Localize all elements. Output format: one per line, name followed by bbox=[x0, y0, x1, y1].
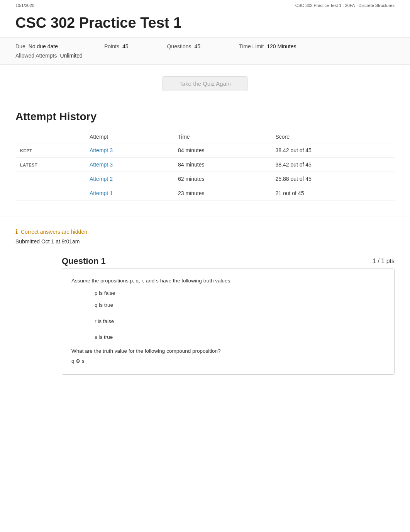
prop-p: p is false bbox=[95, 289, 385, 297]
table-row: KEPT Attempt 3 84 minutes 38.42 out of 4… bbox=[15, 143, 395, 158]
question-section: Question 1 1 / 1 pts Assume the proposit… bbox=[0, 252, 410, 386]
points-label: Points bbox=[104, 43, 119, 49]
score-cell: 38.42 out of 45 bbox=[271, 143, 395, 158]
question-title: Question 1 bbox=[62, 256, 106, 266]
table-row: LATEST Attempt 3 84 minutes 38.42 out of… bbox=[15, 158, 395, 172]
page-title: CSC 302 Practice Test 1 bbox=[0, 11, 410, 37]
attempt-cell[interactable]: Attempt 3 bbox=[85, 143, 173, 158]
notice-text: Correct answers are hidden. bbox=[21, 229, 89, 235]
question-intro: Assume the propositions p, q, r, and s h… bbox=[71, 277, 385, 285]
answers-notice: ℹ Correct answers are hidden. bbox=[0, 220, 410, 238]
col-score: Score bbox=[271, 131, 395, 143]
compound-formula: q ⊕ s bbox=[71, 357, 385, 365]
attempt-cell[interactable]: Attempt 2 bbox=[85, 172, 173, 186]
badge-cell bbox=[15, 186, 85, 201]
badge-cell: KEPT bbox=[15, 143, 85, 158]
questions-value: 45 bbox=[195, 43, 201, 49]
questions-label: Questions bbox=[167, 43, 191, 49]
score-cell: 25.88 out of 45 bbox=[271, 172, 395, 186]
info-section: Due No due date Points 45 Questions 45 T… bbox=[0, 37, 410, 65]
table-row: Attempt 2 62 minutes 25.88 out of 45 bbox=[15, 172, 395, 186]
attempt-cell[interactable]: Attempt 1 bbox=[85, 186, 173, 201]
prop-s: s is true bbox=[95, 333, 385, 342]
due-label: Due bbox=[15, 43, 25, 49]
attempts-table: Attempt Time Score KEPT Attempt 3 84 min… bbox=[15, 131, 395, 201]
time-limit-value: 120 Minutes bbox=[267, 43, 296, 49]
points-value: 45 bbox=[122, 43, 129, 49]
score-cell: 21 out of 45 bbox=[271, 186, 395, 201]
allowed-attempts-value: Unlimited bbox=[60, 53, 82, 59]
question-pts: 1 / 1 pts bbox=[373, 258, 395, 265]
attempt-history-section: Attempt History Attempt Time Score KEPT … bbox=[0, 103, 410, 212]
prop-r: r is false bbox=[95, 317, 385, 326]
col-badge bbox=[15, 131, 85, 143]
time-cell: 84 minutes bbox=[173, 143, 271, 158]
badge-cell bbox=[15, 172, 85, 186]
submitted-text: Submitted Oct 1 at 9:01am bbox=[0, 238, 410, 252]
notice-icon: ℹ bbox=[15, 228, 18, 235]
body-question-text: What are the truth value for the followi… bbox=[71, 347, 385, 355]
score-cell: 38.42 out of 45 bbox=[271, 158, 395, 172]
time-cell: 23 minutes bbox=[173, 186, 271, 201]
question-box: Assume the propositions p, q, r, and s h… bbox=[62, 269, 395, 375]
time-cell: 62 minutes bbox=[173, 172, 271, 186]
breadcrumb: CSC 302 Practice Test 1 : 20FA - Discret… bbox=[295, 3, 395, 8]
attempt-history-title: Attempt History bbox=[15, 110, 395, 123]
propositions: p is false q is true r is false s is tru… bbox=[71, 289, 385, 342]
question-header: Question 1 1 / 1 pts bbox=[15, 252, 395, 269]
quiz-actions: Take the Quiz Again bbox=[0, 65, 410, 103]
date-label: 10/1/2020 bbox=[15, 3, 34, 8]
attempt-cell[interactable]: Attempt 3 bbox=[85, 158, 173, 172]
badge-cell: LATEST bbox=[15, 158, 85, 172]
time-cell: 84 minutes bbox=[173, 158, 271, 172]
col-attempt: Attempt bbox=[85, 131, 173, 143]
col-time: Time bbox=[173, 131, 271, 143]
table-row: Attempt 1 23 minutes 21 out of 45 bbox=[15, 186, 395, 201]
due-value: No due date bbox=[29, 43, 58, 49]
prop-q: q is true bbox=[95, 301, 385, 309]
time-limit-label: Time Limit bbox=[239, 43, 264, 49]
take-quiz-button[interactable]: Take the Quiz Again bbox=[163, 76, 247, 91]
compound-question: What are the truth value for the followi… bbox=[71, 347, 385, 365]
allowed-attempts-label: Allowed Attempts bbox=[15, 53, 57, 59]
